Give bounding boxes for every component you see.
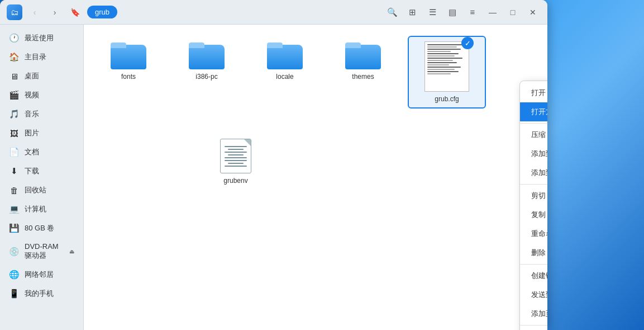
ctx-add-7z-label: 添加到"grub.cfg.7z" (531, 149, 547, 159)
folder-icon-fonts (111, 40, 146, 69)
documents-icon: 📄 (9, 147, 19, 157)
menu-icon[interactable]: ≡ (465, 4, 480, 20)
ctx-open[interactable]: 打开 (520, 83, 547, 102)
content-area: fonts i386-pc locale themes (84, 25, 547, 330)
minimize-button[interactable]: — (485, 4, 500, 20)
sidebar-item-downloads[interactable]: ⬇ 下载 (0, 162, 83, 180)
sidebar-label-network: 网络邻居 (25, 270, 54, 280)
file-item-locale[interactable]: locale (251, 36, 318, 109)
ctx-delete-label: 删除 (531, 248, 546, 258)
sidebar-item-network[interactable]: 🌐 网络邻居 (0, 266, 83, 284)
eject-icon[interactable]: ⏏ (69, 248, 74, 254)
nav-forward-button[interactable]: › (47, 4, 63, 20)
ctx-cut-label: 剪切 (531, 191, 546, 201)
sidebar-item-trash[interactable]: 🗑 回收站 (0, 181, 83, 199)
close-button[interactable]: ✕ (525, 4, 541, 20)
sidebar-item-home[interactable]: 🏠 主目录 (0, 48, 83, 66)
search-icon[interactable]: 🔍 (384, 4, 400, 20)
ctx-open-with[interactable]: 打开方式 ▶ T 文本编辑器 选择默认程序 (520, 102, 547, 121)
sidebar-item-computer[interactable]: 💻 计算机 (0, 200, 83, 218)
grid-view-icon[interactable]: ⊞ (404, 4, 420, 20)
folder-icon-themes (345, 40, 381, 69)
file-item-themes[interactable]: themes (330, 36, 397, 109)
ctx-sep-1 (520, 123, 547, 124)
grubenv-icon (220, 139, 251, 173)
network-icon: 🌐 (9, 270, 19, 280)
ctx-sep-2 (520, 184, 547, 185)
sidebar-label-pictures: 图片 (25, 128, 39, 138)
checkmark-badge: ✓ (461, 37, 474, 49)
ctx-send-desktop-label: 发送到桌面 (531, 290, 547, 300)
sidebar-item-dvd[interactable]: 💿 DVD-RAM 驱动器 ⏏ (0, 238, 83, 265)
ctx-open-label: 打开 (531, 88, 546, 98)
ctx-delete[interactable]: 删除 (520, 243, 547, 262)
ctx-cut[interactable]: 剪切 (520, 186, 547, 205)
sidebar-item-music[interactable]: 🎵 音乐 (0, 105, 83, 123)
file-label-locale: locale (276, 73, 293, 81)
file-label-grubenv: grubenv (223, 177, 247, 185)
sidebar-label-volume: 80 GB 卷 (25, 223, 54, 233)
sidebar-label-desktop: 桌面 (25, 71, 39, 81)
sidebar-item-recent[interactable]: 🕐 最近使用 (0, 29, 83, 47)
volume-icon: 💾 (9, 223, 19, 233)
maximize-button[interactable]: □ (505, 4, 521, 20)
ctx-compress[interactable]: 压缩 (520, 125, 547, 144)
file-label-grubcfg: grub.cfg (435, 95, 459, 103)
folder-icon-locale (267, 40, 303, 69)
file-label-i386pc: i386-pc (195, 73, 217, 81)
sidebar-item-volume[interactable]: 💾 80 GB 卷 (0, 219, 83, 237)
main-layout: 🕐 最近使用 🏠 主目录 🖥 桌面 🎬 视频 🎵 音乐 🖼 图片 (0, 25, 547, 330)
ctx-rename[interactable]: 重命名 (520, 224, 547, 243)
sidebar-item-phone[interactable]: 📱 我的手机 (0, 285, 83, 303)
ctx-send-desktop[interactable]: 发送到桌面 (520, 285, 547, 304)
ctx-copy-label: 复制 (531, 210, 546, 220)
sidebar-item-documents[interactable]: 📄 文档 (0, 143, 83, 161)
details-view-icon[interactable]: ▤ (445, 4, 460, 20)
sidebar-label-documents: 文档 (25, 147, 39, 157)
grubcfg-preview-container: ✓ (424, 41, 469, 92)
pictures-icon: 🖼 (9, 129, 19, 138)
ctx-virus-scan[interactable]: 病毒查杀 (520, 327, 547, 330)
bookmarks-button[interactable]: 🔖 (67, 4, 83, 20)
sidebar-item-pictures[interactable]: 🖼 图片 (0, 124, 83, 142)
sidebar-label-video: 视频 (25, 90, 39, 100)
ctx-burn[interactable]: 添加至光盘刻录 (520, 304, 547, 323)
ctx-sep-3 (520, 264, 547, 265)
dvd-icon: 💿 (9, 247, 19, 257)
ctx-sep-4 (520, 325, 547, 326)
nav-back-button[interactable]: ‹ (27, 4, 42, 20)
list-view-icon[interactable]: ☰ (424, 4, 440, 20)
ctx-add-zip-label: 添加到"grub.cfg.zip" (531, 168, 547, 178)
file-manager-window: 🗂 ‹ › 🔖 grub 🔍 ⊞ ☰ ▤ ≡ — □ ✕ 🕐 最近使用 🏠 主目… (0, 0, 547, 330)
sidebar-label-music: 音乐 (25, 109, 39, 119)
sidebar-item-video[interactable]: 🎬 视频 (0, 86, 83, 104)
phone-icon: 📱 (9, 289, 19, 299)
file-item-grubcfg[interactable]: ✓ (408, 36, 486, 109)
app-icon: 🗂 (7, 4, 22, 20)
file-item-i386pc[interactable]: i386-pc (173, 36, 240, 109)
path-tag: grub (87, 6, 117, 18)
sidebar-label-phone: 我的手机 (25, 289, 54, 299)
titlebar: 🗂 ‹ › 🔖 grub 🔍 ⊞ ☰ ▤ ≡ — □ ✕ (0, 0, 547, 25)
recent-icon: 🕐 (9, 33, 19, 43)
downloads-icon: ⬇ (9, 166, 19, 176)
ctx-create-link[interactable]: 创建链接 (520, 266, 547, 285)
file-item-grubenv-wrapper: grubenv (216, 134, 256, 189)
home-icon: 🏠 (9, 52, 19, 62)
ctx-rename-label: 重命名 (531, 229, 547, 239)
sidebar-label-recent: 最近使用 (25, 33, 54, 43)
ctx-copy[interactable]: 复制 (520, 205, 547, 224)
ctx-burn-label: 添加至光盘刻录 (531, 309, 547, 319)
file-label-themes: themes (352, 73, 374, 81)
sidebar-item-desktop[interactable]: 🖥 桌面 (0, 67, 83, 85)
folder-icon-i386pc (189, 40, 225, 69)
file-grid: fonts i386-pc locale themes (95, 36, 536, 120)
file-item-fonts[interactable]: fonts (95, 36, 162, 109)
computer-icon: 💻 (9, 204, 19, 214)
ctx-add-zip[interactable]: 添加到"grub.cfg.zip" (520, 163, 547, 182)
context-menu: 打开 打开方式 ▶ T 文本编辑器 选择默认程序 (519, 81, 547, 330)
file-item-grubenv[interactable]: grubenv (216, 134, 256, 189)
music-icon: 🎵 (9, 109, 19, 119)
desktop-icon: 🖥 (9, 72, 19, 81)
ctx-add-7z[interactable]: 添加到"grub.cfg.7z" (520, 144, 547, 163)
